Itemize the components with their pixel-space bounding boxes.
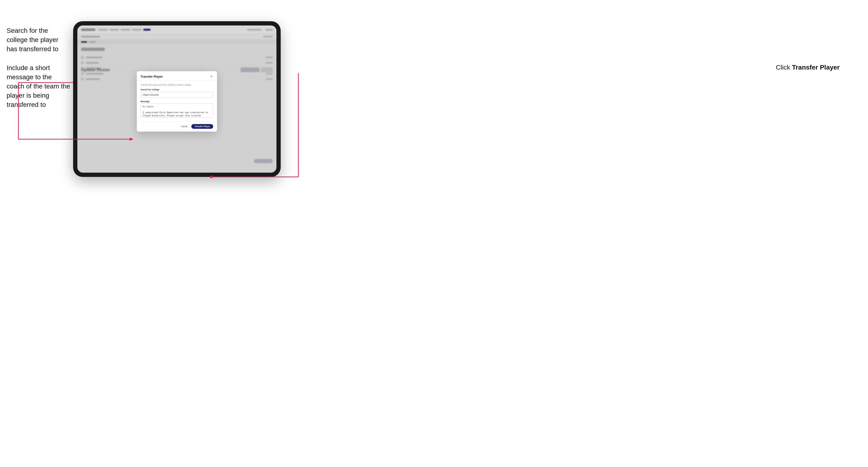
modal-close-button[interactable]: ✕	[210, 74, 213, 78]
transfer-player-button[interactable]: Transfer Player	[191, 124, 213, 129]
modal-title: Transfer Player	[141, 75, 163, 78]
annotation-search-text: Search for the college the player has tr…	[7, 26, 70, 54]
tablet-device: Update Roster Transfer Player ✕ Transfer…	[73, 21, 281, 177]
annotation-message-text: Include a short message to the coach of …	[7, 63, 70, 110]
left-annotations: Search for the college the player has tr…	[7, 26, 70, 119]
transfer-player-modal: Transfer Player ✕ Transfer the player an…	[137, 71, 217, 132]
college-label: Search for College	[141, 88, 213, 91]
modal-header: Transfer Player ✕	[137, 71, 217, 81]
annotation-click-text: Click Transfer Player	[776, 64, 840, 71]
college-search-input[interactable]	[141, 92, 213, 98]
modal-footer: Cancel Transfer Player	[137, 121, 217, 132]
modal-subtitle: Transfer the player and their profile to…	[141, 84, 213, 86]
modal-overlay: Transfer Player ✕ Transfer the player an…	[78, 26, 276, 173]
right-annotation: Click Transfer Player	[776, 64, 840, 71]
modal-body: Transfer the player and their profile to…	[137, 81, 217, 121]
cancel-button[interactable]: Cancel	[179, 124, 189, 129]
tablet-screen: Update Roster Transfer Player ✕ Transfer…	[78, 26, 276, 173]
message-textarea[interactable]: Hi Coach, I understand Chris Robertson h…	[141, 103, 213, 118]
message-label: Message	[141, 100, 213, 102]
